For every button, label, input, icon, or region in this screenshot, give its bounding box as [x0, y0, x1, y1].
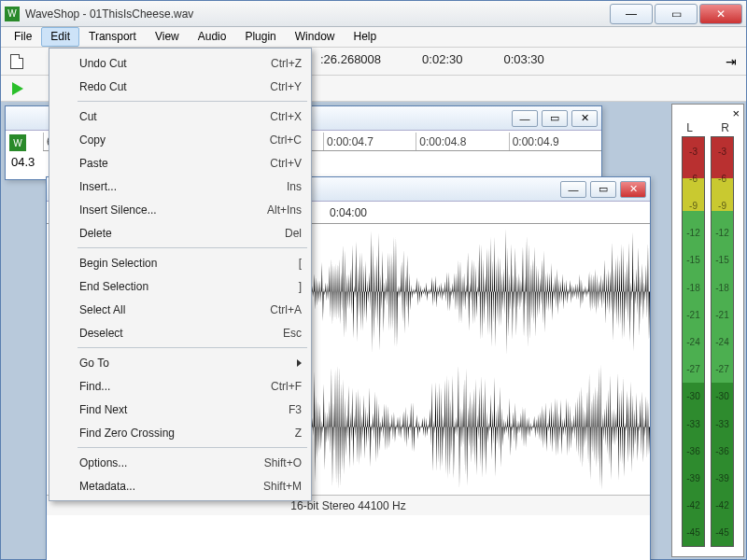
doc1-minimize-button[interactable]: — — [512, 110, 538, 127]
menu-file[interactable]: File — [5, 27, 41, 47]
menu-item-find-[interactable]: Find...Ctrl+F — [51, 374, 309, 398]
meter-tick: -42 — [683, 500, 704, 511]
menu-item-label: Insert... — [79, 180, 117, 193]
doc1-close-button[interactable]: ✕ — [571, 110, 598, 127]
meter-right[interactable]: -3-6-9-12-15-18-21-24-27-30-33-36-39-42-… — [711, 136, 734, 547]
meter-tick: -12 — [712, 228, 733, 238]
menu-separator — [78, 447, 307, 448]
doc1-maximize-button[interactable]: ▭ — [542, 110, 568, 127]
meter-tick: -42 — [712, 500, 733, 511]
menu-item-label: Find Next — [79, 403, 127, 416]
menu-shortcut: F3 — [289, 403, 302, 416]
menu-item-label: End Selection — [79, 280, 148, 293]
menu-item-insert-silence-[interactable]: Insert Silence...Alt+Ins — [51, 198, 309, 221]
ruler-tick: 0:00:04.9 — [509, 133, 601, 150]
menu-transport[interactable]: Transport — [79, 27, 146, 47]
meter-tick: -39 — [712, 473, 733, 483]
meter-tick: -21 — [683, 309, 704, 319]
menu-audio[interactable]: Audio — [189, 27, 236, 47]
menubar: File Edit Transport View Audio Plugin Wi… — [1, 27, 746, 48]
menu-shortcut: Ctrl+Y — [270, 80, 302, 93]
menu-item-label: Delete — [79, 227, 112, 240]
new-file-button[interactable] — [7, 51, 27, 72]
menu-item-end-selection[interactable]: End Selection] — [51, 274, 309, 298]
meter-tick: -6 — [683, 173, 704, 183]
meter-tick: -6 — [712, 173, 733, 183]
meter-tick: -45 — [712, 527, 733, 538]
menu-view[interactable]: View — [146, 27, 189, 47]
menu-plugin[interactable]: Plugin — [235, 27, 285, 47]
meter-label-r: R — [721, 121, 729, 134]
menu-item-label: Paste — [79, 157, 108, 170]
meter-tick: -15 — [683, 255, 704, 265]
ruler-tick: 0:00:04.7 — [323, 133, 416, 150]
doc2-minimize-button[interactable]: — — [560, 181, 586, 198]
menu-item-redo-cut[interactable]: Redo CutCtrl+Y — [51, 75, 309, 98]
menu-item-paste[interactable]: PasteCtrl+V — [51, 151, 309, 175]
menu-item-label: Copy — [79, 133, 106, 147]
menu-item-label: Insert Silence... — [79, 203, 157, 217]
meter-tick: -3 — [683, 146, 704, 156]
minimize-button[interactable]: — — [610, 4, 653, 24]
menu-item-find-zero-crossing[interactable]: Find Zero CrossingZ — [51, 421, 309, 444]
meter-tick: -33 — [712, 418, 733, 428]
time-field-1[interactable]: :26.268008 — [303, 52, 398, 71]
menu-item-label: Metadata... — [79, 480, 135, 493]
menu-item-find-next[interactable]: Find NextF3 — [51, 398, 309, 421]
menu-item-deselect[interactable]: DeselectEsc — [51, 321, 309, 344]
menu-separator — [78, 247, 307, 248]
menu-item-metadata-[interactable]: Metadata...Shift+M — [51, 474, 309, 497]
menu-shortcut: ] — [299, 280, 302, 293]
menu-item-label: Redo Cut — [79, 80, 127, 93]
menu-item-copy[interactable]: CopyCtrl+C — [51, 128, 309, 151]
menu-edit[interactable]: Edit — [41, 27, 79, 47]
menu-shortcut: Shift+O — [264, 456, 302, 469]
menu-window[interactable]: Window — [286, 27, 345, 47]
meter-tick: -9 — [712, 200, 733, 210]
time-field-2[interactable]: 0:02:30 — [405, 52, 479, 71]
submenu-arrow-icon — [297, 359, 302, 367]
meter-left[interactable]: -3-6-9-12-15-18-21-24-27-30-33-36-39-42-… — [682, 136, 705, 547]
time-field-3[interactable]: 0:03:30 — [486, 52, 560, 71]
meter-close-button[interactable]: × — [732, 106, 740, 120]
doc1-info: W — [9, 134, 26, 151]
maximize-button[interactable]: ▭ — [655, 4, 698, 24]
meter-tick: -9 — [683, 200, 704, 210]
go-to-end-button[interactable]: ⇥ — [720, 51, 740, 72]
menu-item-undo-cut[interactable]: Undo CutCtrl+Z — [51, 51, 309, 75]
play-button[interactable] — [12, 82, 23, 95]
menu-help[interactable]: Help — [344, 27, 386, 47]
doc1-freq-label: 04.3 — [11, 155, 35, 169]
ruler-tick: 0:00:04.8 — [416, 133, 508, 150]
menu-item-cut[interactable]: CutCtrl+X — [51, 105, 309, 128]
menu-item-label: Select All — [79, 303, 125, 316]
window-title: WaveShop - 01ThisIsCheese.wav — [25, 7, 608, 21]
menu-item-label: Go To — [79, 357, 109, 370]
meter-tick: -30 — [683, 391, 704, 401]
meter-tick: -33 — [683, 418, 704, 428]
menu-shortcut: Ctrl+A — [270, 303, 302, 316]
close-button[interactable]: ✕ — [699, 4, 742, 24]
meter-tick: -45 — [683, 527, 704, 538]
menu-shortcut: Ctrl+C — [270, 133, 302, 147]
doc2-close-button[interactable]: ✕ — [620, 181, 646, 198]
meter-tick: -18 — [712, 282, 733, 292]
menu-item-go-to[interactable]: Go To — [51, 351, 309, 374]
meters: -3-6-9-12-15-18-21-24-27-30-33-36-39-42-… — [672, 134, 743, 549]
doc2-maximize-button[interactable]: ▭ — [590, 181, 616, 198]
menu-item-label: Cut — [79, 110, 97, 123]
meter-tick: -24 — [712, 337, 733, 347]
menu-item-begin-selection[interactable]: Begin Selection[ — [51, 251, 309, 274]
menu-item-select-all[interactable]: Select AllCtrl+A — [51, 298, 309, 321]
menu-item-delete[interactable]: DeleteDel — [51, 221, 309, 245]
meter-tick: -36 — [683, 445, 704, 455]
menu-shortcut: Z — [295, 427, 302, 440]
menu-item-options-[interactable]: Options...Shift+O — [51, 451, 309, 474]
menu-shortcut: Del — [285, 227, 302, 240]
menu-item-label: Options... — [79, 456, 127, 469]
titlebar: W WaveShop - 01ThisIsCheese.wav — ▭ ✕ — [1, 1, 746, 27]
menu-item-label: Find... — [79, 380, 110, 393]
meter-tick: -18 — [683, 282, 704, 292]
menu-item-insert-[interactable]: Insert...Ins — [51, 175, 309, 198]
meter-tick: -39 — [683, 473, 704, 483]
